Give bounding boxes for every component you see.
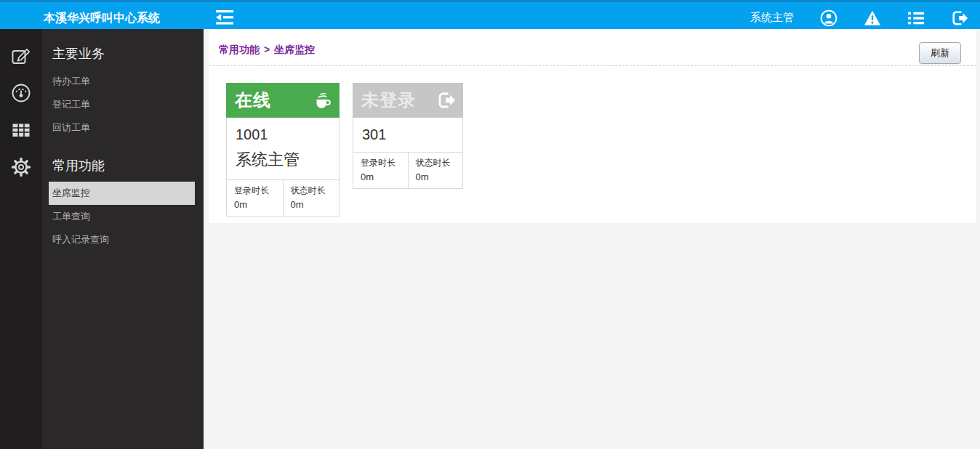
collapse-menu-icon <box>215 9 234 25</box>
agent-status-label: 在线 <box>235 89 271 112</box>
content-panel: 常用功能>坐席监控 刷新 在线 1001 系统主管 登录时长 <box>209 29 976 223</box>
breadcrumb: 常用功能>坐席监控 <box>219 44 315 57</box>
agent-status-label: 未登录 <box>361 89 416 112</box>
state-duration-label: 状态时长 <box>291 185 334 197</box>
agent-card-offline: 未登录 301 登录时长 0m 状态时长 0m <box>353 83 463 189</box>
breadcrumb-divider <box>209 65 976 66</box>
agent-card-footer: 登录时长 0m 状态时长 0m <box>353 152 463 189</box>
topbar-actions: 系统主管 <box>750 4 968 31</box>
agent-card-header: 在线 <box>226 83 340 118</box>
agent-id: 1001 <box>236 126 330 143</box>
agent-card-footer: 登录时长 0m 状态时长 0m <box>226 179 340 217</box>
menu-heading-common-functions: 常用功能 <box>52 157 195 174</box>
sidebar-group-workorders[interactable] <box>11 46 31 66</box>
list-icon <box>907 9 925 27</box>
login-duration-value: 0m <box>234 199 277 210</box>
agent-id: 301 <box>362 126 454 143</box>
agent-cards-row: 在线 1001 系统主管 登录时长 0m 状态时长 0 <box>226 83 463 217</box>
login-duration-label: 登录时长 <box>361 157 402 169</box>
sidebar-group-monitor[interactable] <box>11 83 31 103</box>
state-duration-cell: 状态时长 0m <box>408 153 463 188</box>
menu-heading-main-business: 主要业务 <box>52 45 195 62</box>
breadcrumb-parent-link[interactable]: 常用功能 <box>219 44 260 55</box>
table-icon <box>11 120 31 140</box>
login-duration-cell: 登录时长 0m <box>353 153 408 188</box>
edit-icon <box>11 46 31 66</box>
sidebar-icon-rail <box>0 29 42 449</box>
sidebar-item-register-orders[interactable]: 登记工单 <box>49 93 195 116</box>
state-duration-cell: 状态时长 0m <box>283 180 340 216</box>
login-duration-value: 0m <box>361 171 402 182</box>
agent-card-online: 在线 1001 系统主管 登录时长 0m 状态时长 0 <box>226 83 340 217</box>
user-profile-button[interactable] <box>820 9 838 27</box>
sidebar-item-call-record-search[interactable]: 呼入记录查询 <box>49 228 195 251</box>
top-navbar: 本溪华兴呼叫中心系统 系统主管 <box>0 0 980 29</box>
agent-name: 系统主管 <box>236 149 330 171</box>
sidebar-item-followup-orders[interactable]: 回访工单 <box>49 116 195 139</box>
breadcrumb-separator: > <box>264 44 270 55</box>
current-user-label: 系统主管 <box>750 11 794 25</box>
task-list-button[interactable] <box>907 9 925 27</box>
breadcrumb-current-link[interactable]: 坐席监控 <box>274 44 315 55</box>
coffee-icon <box>313 91 332 110</box>
state-duration-value: 0m <box>291 199 334 210</box>
gear-icon <box>11 157 31 177</box>
logout-icon <box>437 91 456 110</box>
logout-button[interactable] <box>951 9 968 27</box>
user-icon <box>820 9 838 27</box>
alerts-button[interactable] <box>864 9 881 27</box>
state-duration-value: 0m <box>416 171 457 182</box>
agent-card-body: 1001 系统主管 <box>226 118 340 179</box>
sidebar-group-settings[interactable] <box>11 157 31 177</box>
login-duration-label: 登录时长 <box>234 185 277 197</box>
warning-icon <box>864 9 881 27</box>
refresh-button[interactable]: 刷新 <box>919 42 961 64</box>
state-duration-label: 状态时长 <box>416 157 457 169</box>
sidebar-item-order-search[interactable]: 工单查询 <box>49 205 195 228</box>
sidebar-collapse-icon[interactable] <box>215 9 234 25</box>
sidebar-menu: 主要业务 待办工单 登记工单 回访工单 常用功能 坐席监控 工单查询 呼入记录查… <box>42 29 204 449</box>
login-duration-cell: 登录时长 0m <box>227 180 283 216</box>
app-title: 本溪华兴呼叫中心系统 <box>0 4 204 31</box>
sidebar-group-tables[interactable] <box>11 120 31 140</box>
sidebar-item-pending-orders[interactable]: 待办工单 <box>49 70 195 93</box>
logout-icon <box>951 9 968 27</box>
agent-card-body: 301 <box>353 118 463 152</box>
sidebar-item-agent-monitor[interactable]: 坐席监控 <box>49 182 195 205</box>
agent-card-header: 未登录 <box>353 83 463 118</box>
gauge-icon <box>11 83 31 103</box>
